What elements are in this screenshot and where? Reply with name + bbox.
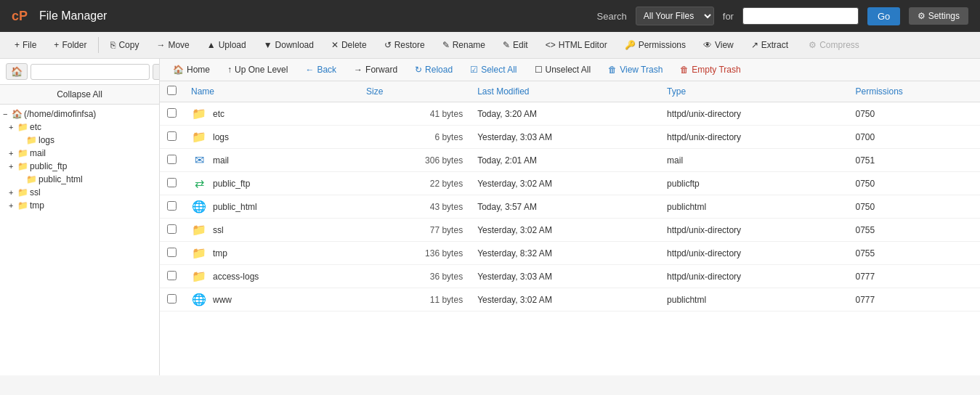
unselect-all-icon: ☐ (535, 65, 543, 75)
reload-button[interactable]: ↻ Reload (408, 62, 460, 78)
tree-label-ssl: ssl (30, 187, 41, 198)
row-type-cell: mail (660, 149, 848, 172)
view-trash-label: View Trash (620, 65, 663, 75)
select-all-button[interactable]: ☑ Select All (463, 62, 524, 78)
home-button[interactable]: 🏠 Home (166, 62, 217, 78)
table-row[interactable]: 📁 access-logs 36 bytes Yesterday, 3:03 A… (160, 265, 980, 288)
tree-label-public-html: public_html (39, 174, 83, 184)
sidebar-home-button[interactable]: 🏠 (6, 63, 28, 80)
new-folder-label: Folder (62, 40, 86, 50)
file-name: access-logs (213, 272, 259, 282)
table-row[interactable]: 🌐 public_html 43 bytes Today, 3:57 AM pu… (160, 195, 980, 219)
sidebar-go-button[interactable]: Go (153, 64, 160, 80)
row-checkbox[interactable] (167, 131, 177, 141)
row-checkbox[interactable] (167, 155, 177, 164)
tree-item-mail[interactable]: + 📁 mail (0, 147, 159, 160)
folder-icon: 📁 (17, 122, 28, 132)
upload-button[interactable]: ▲ Upload (200, 36, 254, 54)
row-checkbox[interactable] (167, 248, 177, 257)
up-one-level-button[interactable]: ↑ Up One Level (220, 62, 295, 78)
permissions-icon: 🔑 (625, 40, 636, 50)
file-type-icon: 🌐 (191, 200, 207, 213)
permissions-label: Permissions (639, 40, 686, 50)
permissions-button[interactable]: 🔑 Permissions (617, 36, 693, 54)
row-type-cell: httpd/unix-directory (660, 242, 848, 265)
row-name-cell: 📁 tmp (184, 242, 359, 265)
file-type-icon: 📁 (191, 130, 207, 144)
extract-button[interactable]: ↗ Extract (744, 36, 795, 54)
row-checkbox[interactable] (167, 224, 177, 234)
table-row[interactable]: 📁 etc 41 bytes Today, 3:20 AM httpd/unix… (160, 102, 980, 126)
file-name: ssl (213, 225, 224, 235)
tree-item-public-ftp[interactable]: + 📁 public_ftp (0, 160, 159, 173)
edit-button[interactable]: ✎ Edit (495, 36, 535, 54)
html-editor-button[interactable]: <> HTML Editor (538, 36, 615, 54)
search-input[interactable] (742, 7, 859, 25)
tree-item-etc[interactable]: + 📁 etc (0, 121, 159, 134)
new-folder-button[interactable]: + Folder (46, 36, 94, 54)
table-row[interactable]: 📁 tmp 136 bytes Yesterday, 8:32 AM httpd… (160, 242, 980, 265)
tree-item-ssl[interactable]: + 📁 ssl (0, 186, 159, 199)
copy-button[interactable]: ⎘ Copy (103, 36, 146, 54)
move-icon: → (156, 40, 165, 50)
header-type[interactable]: Type (660, 81, 848, 102)
forward-button[interactable]: → Forward (347, 62, 405, 78)
tree-root[interactable]: − 🏠 (/home/dimofinfsa) (0, 107, 159, 121)
table-row[interactable]: ✉ mail 306 bytes Today, 2:01 AM mail 075… (160, 149, 980, 172)
rename-button[interactable]: ✎ Rename (435, 36, 493, 54)
trash-icon: 🗑 (608, 65, 617, 75)
row-modified-cell: Yesterday, 3:03 AM (470, 265, 660, 288)
file-type-icon: 📁 (191, 269, 207, 283)
table-row[interactable]: ⇄ public_ftp 22 bytes Yesterday, 3:02 AM… (160, 172, 980, 195)
unselect-all-button[interactable]: ☐ Unselect All (527, 62, 599, 78)
table-row[interactable]: 🌐 www 11 bytes Yesterday, 3:02 AM public… (160, 288, 980, 311)
download-icon: ▼ (264, 40, 272, 50)
view-label: View (715, 40, 734, 50)
back-button[interactable]: ← Back (298, 62, 344, 78)
row-checkbox[interactable] (167, 201, 177, 211)
select-all-label: Select All (481, 65, 517, 75)
table-row[interactable]: 📁 ssl 77 bytes Yesterday, 3:02 AM httpd/… (160, 219, 980, 242)
tree-item-tmp[interactable]: + 📁 tmp (0, 199, 159, 212)
delete-button[interactable]: ✕ Delete (324, 36, 374, 54)
search-scope-select[interactable]: All Your Files Public HTML Private HTML … (636, 7, 714, 25)
move-label: Move (168, 40, 189, 50)
expand-icon: + (9, 201, 16, 210)
row-size-cell: 6 bytes (359, 126, 470, 149)
empty-trash-button[interactable]: 🗑 Empty Trash (673, 62, 748, 78)
move-button[interactable]: → Move (149, 36, 196, 54)
header-permissions[interactable]: Permissions (849, 81, 981, 102)
tree-item-logs[interactable]: 📁 logs (0, 134, 159, 147)
select-all-checkbox[interactable] (167, 86, 177, 95)
compress-button[interactable]: ⚙ Compress (801, 36, 867, 54)
view-button[interactable]: 👁 View (696, 36, 741, 54)
new-file-button[interactable]: + File (7, 36, 44, 54)
view-trash-button[interactable]: 🗑 View Trash (601, 62, 670, 78)
row-checkbox[interactable] (167, 294, 177, 304)
copy-label: Copy (118, 40, 139, 50)
search-go-button[interactable]: Go (867, 7, 900, 25)
row-checkbox[interactable] (167, 271, 177, 280)
download-button[interactable]: ▼ Download (256, 36, 321, 54)
row-checkbox[interactable] (167, 108, 177, 118)
row-size-cell: 11 bytes (359, 288, 470, 311)
row-checkbox[interactable] (167, 178, 177, 187)
header-name[interactable]: Name (184, 81, 359, 102)
row-permissions-cell: 0750 (849, 172, 981, 195)
header-modified[interactable]: Last Modified (470, 81, 660, 102)
row-size-cell: 77 bytes (359, 219, 470, 242)
row-name-cell: 📁 logs (184, 126, 359, 149)
sidebar-path-bar: 🏠 Go (0, 59, 159, 85)
header-size[interactable]: Size (359, 81, 470, 102)
collapse-all-button[interactable]: Collapse All (0, 85, 159, 105)
upload-icon: ▲ (207, 40, 216, 50)
file-pane: 🏠 Home ↑ Up One Level ← Back → Forward ↻… (160, 59, 980, 375)
tree-item-public-html[interactable]: 📁 public_html (0, 173, 159, 186)
table-row[interactable]: 📁 logs 6 bytes Yesterday, 3:03 AM httpd/… (160, 126, 980, 149)
settings-button[interactable]: ⚙ Settings (909, 7, 968, 25)
sidebar-path-input[interactable] (31, 64, 150, 80)
restore-button[interactable]: ↺ Restore (377, 36, 432, 54)
row-permissions-cell: 0755 (849, 242, 981, 265)
restore-icon: ↺ (384, 40, 392, 50)
row-checkbox-cell (160, 288, 184, 311)
